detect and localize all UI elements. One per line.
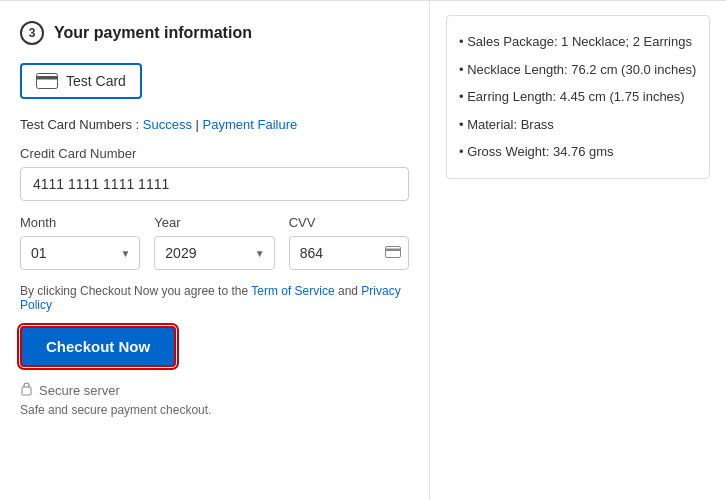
card-button[interactable]: Test Card [20,63,142,99]
lock-icon [20,381,33,399]
test-card-label: Test Card Numbers : [20,117,139,132]
svg-rect-2 [385,247,400,258]
payment-panel: 3 Your payment information Test Card Tes… [0,0,430,500]
svg-rect-1 [36,76,58,80]
month-group: Month 01 02 03 04 05 06 07 08 09 10 11 1… [20,215,140,270]
svg-rect-3 [385,249,401,252]
list-item: Material: Brass [459,111,697,139]
credit-card-label: Credit Card Number [20,146,409,161]
cvv-group: CVV [289,215,409,270]
payment-failure-link[interactable]: Payment Failure [203,117,298,132]
year-group: Year 2029 2025 2026 2027 2028 2030 2031 … [154,215,274,270]
product-details-list: Sales Package: 1 Necklace; 2 EarringsNec… [459,28,697,166]
terms-text: By clicking Checkout Now you agree to th… [20,284,409,312]
credit-card-input[interactable] [20,167,409,201]
year-select[interactable]: 2029 2025 2026 2027 2028 2030 2031 [154,236,274,270]
card-button-label: Test Card [66,73,126,89]
list-item: Gross Weight: 34.76 gms [459,138,697,166]
test-card-info: Test Card Numbers : Success | Payment Fa… [20,117,409,132]
list-item: Earring Length: 4.45 cm (1.75 inches) [459,83,697,111]
terms-and: and [338,284,358,298]
credit-card-icon [36,73,58,89]
month-select-wrapper: 01 02 03 04 05 06 07 08 09 10 11 12 ▼ [20,236,140,270]
terms-of-service-link[interactable]: Term of Service [251,284,334,298]
secure-row: Secure server [20,381,409,399]
step-title: Your payment information [54,24,252,42]
secure-label: Secure server [39,383,120,398]
month-label: Month [20,215,140,230]
product-details-box: Sales Package: 1 Necklace; 2 EarringsNec… [446,15,710,179]
cvv-label: CVV [289,215,409,230]
credit-card-group: Credit Card Number [20,146,409,201]
expiry-cvv-row: Month 01 02 03 04 05 06 07 08 09 10 11 1… [20,215,409,270]
success-link[interactable]: Success [143,117,192,132]
svg-rect-0 [37,74,58,89]
checkout-button[interactable]: Checkout Now [20,326,176,367]
year-label: Year [154,215,274,230]
month-select[interactable]: 01 02 03 04 05 06 07 08 09 10 11 12 [20,236,140,270]
step-header: 3 Your payment information [20,21,409,45]
svg-rect-4 [22,387,31,395]
list-item: Necklace Length: 76.2 cm (30.0 inches) [459,56,697,84]
cvv-wrapper [289,236,409,270]
terms-before: By clicking Checkout Now you agree to th… [20,284,248,298]
cvv-card-icon [385,245,401,261]
step-number: 3 [20,21,44,45]
safe-text: Safe and secure payment checkout. [20,403,409,417]
product-details-panel: Sales Package: 1 Necklace; 2 EarringsNec… [430,0,726,500]
year-select-wrapper: 2029 2025 2026 2027 2028 2030 2031 ▼ [154,236,274,270]
list-item: Sales Package: 1 Necklace; 2 Earrings [459,28,697,56]
